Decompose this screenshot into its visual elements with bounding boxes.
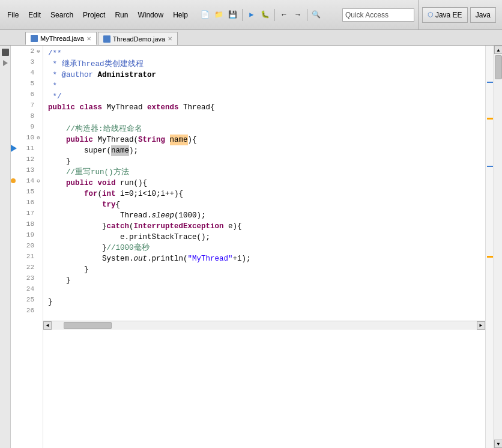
line-number: 19 xyxy=(21,231,34,238)
fold-minus-icon[interactable]: ⊖ xyxy=(35,135,41,141)
code-token: } xyxy=(48,156,71,167)
run-icon[interactable]: ▶ xyxy=(245,8,258,22)
line-number: 11 xyxy=(21,145,34,152)
code-token: } xyxy=(48,275,71,286)
sidebar-arrow-icon[interactable] xyxy=(3,60,8,66)
error-mark xyxy=(11,178,16,183)
toolbar-sep-2 xyxy=(274,9,275,21)
code-token xyxy=(48,145,84,156)
code-token: { xyxy=(116,199,121,210)
tab-threaddemo[interactable]: ThreadDemo.java ✕ xyxy=(98,32,178,45)
code-token: sleep xyxy=(152,210,175,221)
gutter-row: 24 xyxy=(11,283,43,294)
code-area[interactable]: /** * 继承Thread类创建线程 * @author Administra… xyxy=(43,46,485,448)
line-number: 5 xyxy=(21,80,34,87)
menu-run[interactable]: Run xyxy=(110,10,133,20)
hscroll-left-arrow[interactable]: ◀ xyxy=(43,321,52,330)
code-line: //重写run()方法 xyxy=(48,167,480,178)
fold-minus-icon[interactable]: ⊖ xyxy=(35,178,41,184)
quick-access-box[interactable]: Quick Access xyxy=(342,8,414,22)
gutter-row: 15 xyxy=(11,186,43,197)
hscroll-right-arrow[interactable]: ▶ xyxy=(477,321,485,330)
code-line: public void run(){ xyxy=(48,178,480,189)
gutter-row: 17 xyxy=(11,208,43,219)
code-token: InterruptedException xyxy=(134,221,229,232)
line-number: 16 xyxy=(21,199,34,206)
code-line: */ xyxy=(48,91,480,102)
gutter-row: 26 xyxy=(11,305,43,316)
gutter-row: 7 xyxy=(11,100,43,110)
debug-icon[interactable]: 🐛 xyxy=(259,8,272,22)
toolbar-icons: 📄 📁 💾 ▶ 🐛 ← → 🔍 xyxy=(199,8,341,22)
code-token: for xyxy=(84,189,98,199)
code-token: class xyxy=(80,102,107,113)
hscroll-thumb[interactable] xyxy=(64,322,112,329)
code-token: out xyxy=(134,253,148,264)
code-line: } xyxy=(48,156,480,167)
code-token: .println( xyxy=(147,253,188,264)
save-icon[interactable]: 💾 xyxy=(226,8,240,22)
tab-mythread-icon xyxy=(31,35,38,42)
editor-container: 2⊖345678910⊖11121314⊖1516171819202122232… xyxy=(0,46,502,448)
code-token xyxy=(48,135,66,145)
new-icon[interactable]: 📄 xyxy=(199,8,212,22)
line-number: 24 xyxy=(21,285,34,292)
line-number: 15 xyxy=(21,188,34,195)
code-token: name xyxy=(111,145,129,156)
perspective-java[interactable]: Java xyxy=(470,7,496,23)
horizontal-scrollbar[interactable]: ◀ ▶ xyxy=(43,321,485,329)
line-number: 14 xyxy=(21,177,34,184)
line-number: 21 xyxy=(21,253,34,260)
gutter-row: 14⊖ xyxy=(11,175,43,186)
code-token: ( xyxy=(129,221,134,232)
tab-mythread-close[interactable]: ✕ xyxy=(86,35,91,42)
right-scrollbar[interactable]: ▲ ▼ xyxy=(494,46,502,448)
code-token: Thread{ xyxy=(183,102,215,113)
menu-file[interactable]: File xyxy=(2,10,23,20)
line-number: 6 xyxy=(21,91,34,98)
gutter-row: 25 xyxy=(11,294,43,305)
gutter-row: 10⊖ xyxy=(11,132,43,143)
code-token: void xyxy=(98,178,121,189)
scroll-track[interactable] xyxy=(494,54,502,440)
tab-threaddemo-close[interactable]: ✕ xyxy=(168,35,172,42)
line-number: 9 xyxy=(21,123,34,130)
back-icon[interactable]: ← xyxy=(277,8,291,22)
code-token: * @author xyxy=(48,70,98,80)
annot-mark-3 xyxy=(487,166,493,167)
perspective-area: ⬡ Java EE Java xyxy=(418,0,500,29)
tab-threaddemo-icon xyxy=(103,35,110,43)
code-line xyxy=(48,113,480,124)
scroll-thumb[interactable] xyxy=(495,55,502,79)
search-icon[interactable]: 🔍 xyxy=(310,8,323,22)
menu-bar: File Edit Search Project Run Window Help xyxy=(2,10,193,20)
scroll-down-arrow[interactable]: ▼ xyxy=(494,440,502,448)
gutter-row: 19 xyxy=(11,229,43,240)
code-token xyxy=(48,232,120,243)
gutter-area: 2⊖345678910⊖11121314⊖1516171819202122232… xyxy=(11,46,43,448)
fold-minus-icon[interactable]: ⊖ xyxy=(35,48,41,55)
breakpoint-arrow xyxy=(11,145,17,152)
scroll-up-arrow[interactable]: ▲ xyxy=(494,46,502,54)
code-line: /** xyxy=(48,48,480,59)
quick-access-container: Quick Access xyxy=(342,8,414,22)
gutter-row: 2⊖ xyxy=(11,46,43,56)
open-icon[interactable]: 📁 xyxy=(213,8,226,22)
menu-edit[interactable]: Edit xyxy=(23,10,46,20)
tab-mythread-label: MyThread.java xyxy=(40,35,84,42)
line-number: 23 xyxy=(21,274,34,282)
code-token: i=0;i<10;i++){ xyxy=(120,189,183,199)
hscroll-track[interactable] xyxy=(52,321,477,330)
menu-search[interactable]: Search xyxy=(46,10,78,20)
menu-window[interactable]: Window xyxy=(133,10,168,20)
menu-project[interactable]: Project xyxy=(78,10,110,20)
sidebar-collapse-icon[interactable] xyxy=(2,49,9,56)
perspective-java-ee[interactable]: ⬡ Java EE xyxy=(422,7,468,23)
forward-icon[interactable]: → xyxy=(291,8,304,22)
menu-help[interactable]: Help xyxy=(168,10,193,20)
code-token: */ xyxy=(48,91,62,102)
java-label: Java xyxy=(476,11,491,19)
gutter-row: 18 xyxy=(11,219,43,229)
tab-mythread[interactable]: MyThread.java ✕ xyxy=(25,32,97,45)
line-number: 20 xyxy=(21,242,34,249)
